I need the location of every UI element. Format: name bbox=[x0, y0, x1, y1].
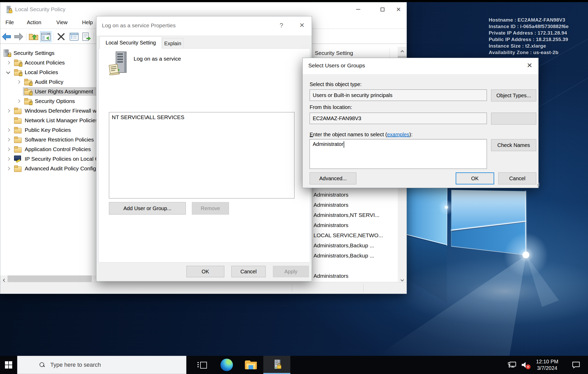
info-private-ip: Private IP Address : 172.31.28.94 bbox=[489, 30, 569, 36]
close-button[interactable]: × bbox=[299, 21, 304, 29]
list-row[interactable]: LOCAL SERVICE,NETWO... bbox=[313, 230, 391, 240]
tree-item-user-rights-assignment[interactable]: User Rights Assignment bbox=[0, 87, 102, 96]
properties-button[interactable] bbox=[68, 31, 80, 42]
network-tray-icon[interactable] bbox=[505, 356, 519, 374]
list-row[interactable]: Administrators,NT SERVI... bbox=[313, 210, 391, 220]
list-row[interactable]: Administrators,Backup ... bbox=[313, 250, 391, 261]
menu-help[interactable]: Help bbox=[79, 16, 96, 29]
tree-item-ip-security-policies[interactable]: IP Security Policies on Local Computer bbox=[0, 154, 102, 164]
notification-icon bbox=[572, 361, 580, 369]
action-center-button[interactable] bbox=[568, 356, 584, 374]
add-user-or-group-button[interactable]: Add User or Group... bbox=[109, 202, 186, 215]
members-listbox[interactable]: NT SERVICE\ALL SERVICES bbox=[109, 112, 295, 198]
locations-button[interactable] bbox=[491, 113, 536, 125]
tree-item-advanced-audit-policy[interactable]: Advanced Audit Policy Configuration bbox=[0, 164, 102, 173]
forward-button[interactable] bbox=[13, 31, 24, 42]
check-names-button[interactable]: Check Names bbox=[491, 139, 536, 151]
resize-grip[interactable] bbox=[536, 185, 537, 186]
menu-file[interactable]: File bbox=[2, 16, 17, 29]
chevron-right-icon[interactable] bbox=[4, 125, 13, 135]
network-icon bbox=[508, 361, 517, 369]
export-list-button[interactable] bbox=[81, 31, 92, 42]
edge-browser-button[interactable] bbox=[216, 356, 237, 374]
scroll-down-icon bbox=[401, 278, 404, 281]
advanced-button[interactable]: Advanced... bbox=[310, 172, 356, 184]
tree-item-windows-defender-firewall[interactable]: Windows Defender Firewall with Advanced … bbox=[0, 106, 102, 115]
tree-item-account-policies[interactable]: Account Policies bbox=[0, 58, 102, 67]
info-instance-id: Instance ID : i-065a48f5730882f6e bbox=[489, 23, 569, 30]
menu-view[interactable]: View bbox=[53, 16, 71, 29]
scroll-up-button[interactable] bbox=[398, 47, 407, 56]
tree-item-audit-policy[interactable]: Audit Policy bbox=[0, 77, 102, 87]
window-titlebar[interactable]: Local Security Policy × bbox=[0, 2, 407, 16]
tree-item-network-list-manager[interactable]: Network List Manager Policies bbox=[0, 115, 102, 125]
object-type-field[interactable]: Users or Built-in security principals bbox=[310, 89, 487, 101]
chevron-right-icon[interactable] bbox=[4, 164, 13, 173]
maximize-button[interactable] bbox=[374, 2, 390, 16]
up-one-level-button[interactable] bbox=[28, 31, 39, 42]
cancel-button[interactable]: Cancel bbox=[231, 266, 266, 277]
list-row[interactable]: Administrators,Backup ... bbox=[313, 240, 391, 250]
list-row[interactable]: Administrators bbox=[313, 200, 391, 210]
member-item[interactable]: NT SERVICE\ALL SERVICES bbox=[109, 112, 294, 120]
chevron-right-icon[interactable] bbox=[4, 154, 13, 164]
apply-button[interactable]: Apply bbox=[273, 266, 309, 277]
close-icon[interactable]: × bbox=[527, 61, 532, 69]
dialog-titlebar[interactable]: Select Users or Groups × bbox=[303, 58, 538, 74]
dialog-titlebar[interactable]: Log on as a service Properties ? × bbox=[96, 16, 312, 35]
menu-action[interactable]: Action bbox=[23, 16, 45, 29]
location-field[interactable]: EC2AMAZ-FAN98V3 bbox=[310, 113, 487, 124]
tree-item-security-settings[interactable]: Security Settings bbox=[0, 48, 102, 58]
task-view-button[interactable] bbox=[192, 356, 212, 374]
list-row[interactable]: Administrators bbox=[313, 271, 391, 281]
remove-button[interactable]: Remove bbox=[192, 202, 229, 215]
chevron-right-icon[interactable] bbox=[14, 77, 23, 87]
chevron-right-icon[interactable] bbox=[4, 135, 13, 144]
folder-lock-icon bbox=[24, 98, 32, 105]
examples-link[interactable]: examples bbox=[387, 132, 409, 137]
chevron-right-icon[interactable] bbox=[4, 58, 13, 67]
taskbar-search[interactable] bbox=[17, 356, 186, 374]
local-security-policy-taskbar-button[interactable] bbox=[263, 356, 290, 374]
tree-item-application-control-policies[interactable]: Application Control Policies bbox=[0, 144, 102, 154]
object-names-textarea[interactable]: Administrator bbox=[310, 139, 487, 169]
tree-item-public-key-policies[interactable]: Public Key Policies bbox=[0, 125, 102, 135]
minimize-button[interactable] bbox=[350, 2, 366, 16]
list-row[interactable]: Administrators bbox=[313, 220, 391, 230]
file-explorer-button[interactable] bbox=[240, 356, 261, 374]
clock-time: 12:10 PM bbox=[536, 358, 558, 365]
ok-button[interactable]: OK bbox=[186, 266, 224, 277]
start-button[interactable] bbox=[0, 356, 17, 374]
list-row[interactable]: Administrators bbox=[313, 190, 391, 200]
chevron-down-icon[interactable] bbox=[4, 67, 13, 77]
ok-button[interactable]: OK bbox=[456, 172, 494, 184]
list-row[interactable] bbox=[313, 261, 391, 271]
tree-item-local-policies[interactable]: Local Policies bbox=[0, 67, 102, 77]
tree-item-security-options[interactable]: Security Options bbox=[0, 96, 102, 106]
taskbar-clock[interactable]: 12:10 PM 3/7/2024 bbox=[532, 356, 563, 374]
tree-item-software-restriction-policies[interactable]: Software Restriction Policies bbox=[0, 135, 102, 144]
tab-local-security-setting[interactable]: Local Security Setting bbox=[100, 36, 162, 49]
column-divider[interactable] bbox=[389, 48, 390, 58]
object-types-button[interactable]: Object Types... bbox=[491, 89, 536, 101]
window-title: Local Security Policy bbox=[15, 6, 66, 12]
search-input[interactable] bbox=[50, 362, 175, 368]
properties-window-icon bbox=[69, 33, 79, 41]
console-tree-toggle-button[interactable] bbox=[40, 31, 51, 42]
folder-lock-icon bbox=[24, 78, 32, 85]
help-button[interactable]: ? bbox=[280, 22, 283, 29]
back-button[interactable] bbox=[1, 31, 12, 42]
cancel-button[interactable]: Cancel bbox=[498, 172, 536, 184]
computer-key-icon bbox=[14, 155, 22, 162]
delete-button[interactable] bbox=[55, 31, 67, 42]
close-button[interactable]: × bbox=[390, 2, 407, 16]
tab-explain[interactable]: Explain bbox=[162, 38, 184, 49]
chevron-right-icon[interactable] bbox=[4, 106, 13, 115]
location-label: From this location: bbox=[310, 104, 352, 110]
minimize-icon bbox=[356, 9, 360, 10]
column-header-security-setting[interactable]: Security Setting bbox=[315, 50, 353, 56]
chevron-right-icon[interactable] bbox=[14, 96, 23, 106]
chevron-right-icon[interactable] bbox=[4, 144, 13, 154]
lock-icon bbox=[8, 54, 11, 57]
volume-muted-tray-icon[interactable]: ✕ bbox=[519, 356, 532, 374]
